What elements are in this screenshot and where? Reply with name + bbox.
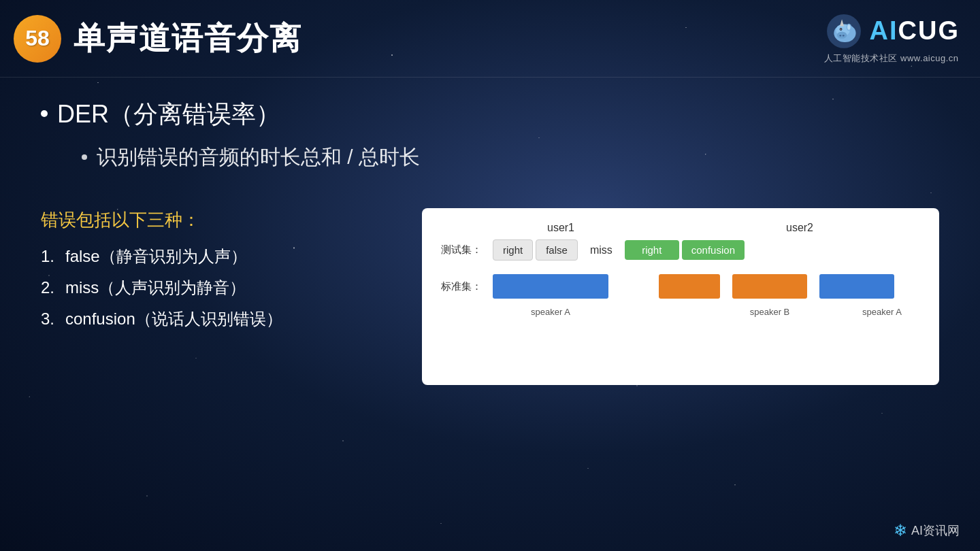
list-text: false（静音识别为人声） [65,246,247,267]
cell-false: false [536,239,578,261]
speaker-a-label-2: speaker A [841,307,923,317]
speaker-b-label: speaker B [698,307,841,317]
error-list: 1. false（静音识别为人声） 2. miss（人声识别为静音） 3. co… [41,246,395,330]
speaker-labels-row: speaker A speaker B speaker A [438,307,923,317]
bullet-l2-formula: 识别错误的音频的时长总和 / 总时长 [82,144,939,171]
error-types-title: 错误包括以下三种： [41,208,395,232]
std-cells [493,274,923,299]
bullet-dot-l1 [41,110,48,117]
cell-right-light: right [493,239,533,261]
std-row: 标准集： [438,274,923,299]
bullet-text-l1: DER（分离错误率） [57,98,280,131]
bullet-text-l2: 识别错误的音频的时长总和 / 总时长 [97,144,420,171]
std-block-speaker-a-2 [819,274,894,299]
header: 58 单声道语音分离 [0,0,980,78]
logo-58: 58 [14,15,61,63]
user1-label: user1 [493,222,629,234]
list-num: 2. [41,278,59,297]
list-item: 3. confusion（说话人识别错误） [41,308,395,330]
svg-point-7 [847,24,850,29]
aicug-brand-text: AICUG [870,16,960,46]
std-block-speaker-b-2 [732,274,807,299]
ai-news-text: AI资讯网 [911,522,960,539]
aicug-top: AICUG [823,12,960,50]
diagram-panel: user1 user2 测试集： right false miss right … [422,208,939,385]
test-cells: right false miss right confusion [493,239,923,261]
std-block-speaker-b-1 [659,274,720,299]
list-num: 1. [41,247,59,266]
aicug-subtitle: 人工智能技术社区 www.aicug.cn [824,52,959,65]
list-text: confusion（说话人识别错误） [65,308,282,330]
test-row-label: 测试集： [438,244,487,256]
aicug-ai-text: AICUG [870,16,960,45]
list-item: 1. false（静音识别为人声） [41,246,395,267]
svg-point-5 [840,29,840,29]
list-text: miss（人声识别为静音） [65,277,246,299]
test-row: 测试集： right false miss right confusion [438,239,923,261]
svg-point-10 [842,35,844,36]
rhino-icon [823,12,864,50]
bottom-section: 错误包括以下三种： 1. false（静音识别为人声） 2. miss（人声识别… [0,201,980,385]
bullet-dot-l2 [82,154,87,160]
ai-news-logo: ❄ AI资讯网 [894,521,960,540]
page-title: 单声道语音分离 [74,18,302,60]
cell-miss: miss [581,240,622,261]
list-num: 3. [41,310,59,329]
cell-confusion: confusion [682,240,745,260]
snowflake-icon: ❄ [894,521,907,540]
speaker-a-label-1: speaker A [493,307,608,317]
diagram-column-headers: user1 user2 [438,222,923,234]
main-content: DER（分离错误率） 识别错误的音频的时长总和 / 总时长 [0,78,980,195]
bullet-l1-der: DER（分离错误率） [41,98,939,131]
list-item: 2. miss（人声识别为静音） [41,277,395,299]
std-block-speaker-a-1 [493,274,608,299]
header-left: 58 单声道语音分离 [14,15,302,63]
cell-right-green: right [625,240,679,260]
std-row-label: 标准集： [438,280,487,293]
svg-point-8 [836,32,847,39]
left-panel: 错误包括以下三种： 1. false（静音识别为人声） 2. miss（人声识别… [41,208,395,385]
svg-point-9 [839,35,841,36]
user2-label: user2 [676,222,923,234]
aicug-logo: AICUG 人工智能技术社区 www.aicug.cn [823,12,960,65]
